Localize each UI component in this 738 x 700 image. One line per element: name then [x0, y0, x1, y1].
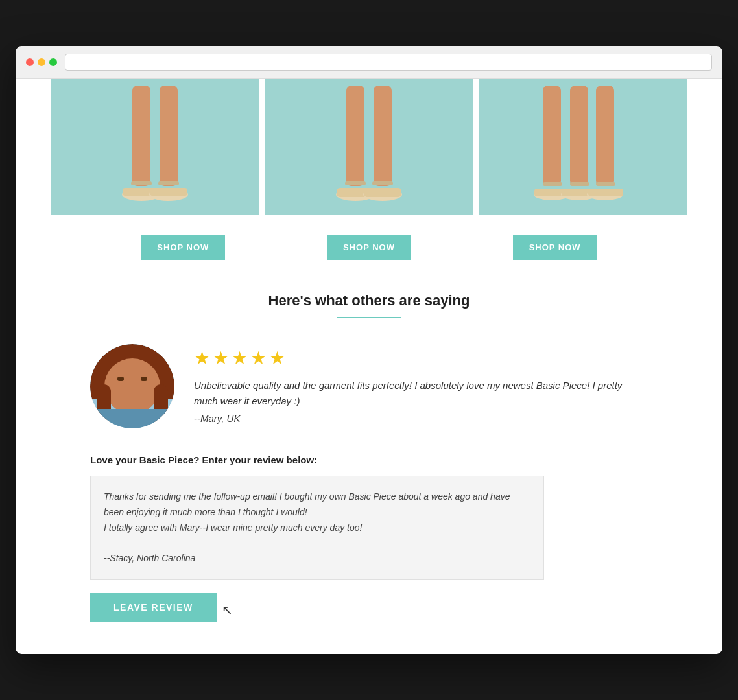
svg-rect-24	[588, 189, 623, 196]
svg-rect-0	[132, 86, 150, 186]
traffic-light-yellow[interactable]	[38, 58, 45, 66]
star-1: ★	[194, 347, 210, 369]
leave-review-row: LEAVE REVIEW ↖	[90, 593, 648, 622]
svg-rect-25	[543, 182, 562, 186]
svg-rect-8	[346, 86, 364, 186]
review-item: ★ ★ ★ ★ ★ Unbelievable quality and the g…	[90, 344, 648, 428]
svg-rect-17	[570, 86, 588, 186]
page-content: SHOP NOW SHOP NOW SHOP NOW Here's what o…	[16, 79, 722, 654]
svg-rect-16	[543, 86, 561, 186]
svg-rect-9	[374, 86, 392, 186]
shop-now-button-1[interactable]: SHOP NOW	[141, 235, 225, 260]
reviews-section: Here's what others are saying	[16, 279, 722, 654]
review-text: Unbelievable quality and the garment fit…	[194, 378, 648, 409]
star-rating: ★ ★ ★ ★ ★	[194, 347, 648, 369]
reviews-heading: Here's what others are saying	[90, 292, 648, 309]
review-content: ★ ★ ★ ★ ★ Unbelievable quality and the g…	[194, 344, 648, 424]
svg-rect-7	[158, 181, 179, 185]
product-image-3	[479, 79, 687, 215]
reviewer-avatar	[90, 344, 174, 428]
svg-rect-26	[570, 182, 589, 186]
enter-review-label: Love your Basic Piece? Enter your review…	[90, 454, 648, 465]
leave-review-button[interactable]: LEAVE REVIEW	[90, 593, 217, 622]
svg-rect-18	[596, 86, 614, 186]
cursor-icon: ↖	[222, 602, 233, 618]
review-textarea-content: Thanks for sending me the follow-up emai…	[104, 489, 530, 566]
shop-now-button-3[interactable]: SHOP NOW	[513, 235, 597, 260]
address-bar[interactable]	[65, 54, 712, 71]
traffic-lights	[26, 58, 57, 66]
star-3: ★	[232, 347, 248, 369]
browser-window: SHOP NOW SHOP NOW SHOP NOW Here's what o…	[16, 46, 722, 654]
traffic-light-green[interactable]	[49, 58, 57, 66]
star-2: ★	[213, 347, 229, 369]
traffic-light-red[interactable]	[26, 58, 34, 66]
product-image-2	[265, 79, 473, 215]
review-textarea-box[interactable]: Thanks for sending me the follow-up emai…	[90, 476, 544, 580]
reviewer-attribution: --Mary, UK	[194, 413, 648, 424]
product-images-row	[51, 79, 687, 215]
browser-chrome	[16, 46, 722, 79]
svg-rect-15	[372, 181, 393, 185]
svg-rect-1	[160, 86, 178, 186]
enter-review-section: Love your Basic Piece? Enter your review…	[90, 454, 648, 622]
svg-rect-13	[364, 188, 401, 197]
heading-underline	[337, 317, 401, 318]
star-5: ★	[269, 347, 285, 369]
svg-rect-6	[131, 181, 152, 185]
star-4: ★	[250, 347, 267, 369]
svg-rect-14	[345, 181, 366, 185]
svg-rect-27	[596, 182, 615, 186]
shop-buttons-row: SHOP NOW SHOP NOW SHOP NOW	[16, 215, 722, 279]
shop-now-button-2[interactable]: SHOP NOW	[327, 235, 411, 260]
svg-rect-5	[150, 188, 187, 196]
product-image-1	[51, 79, 259, 215]
